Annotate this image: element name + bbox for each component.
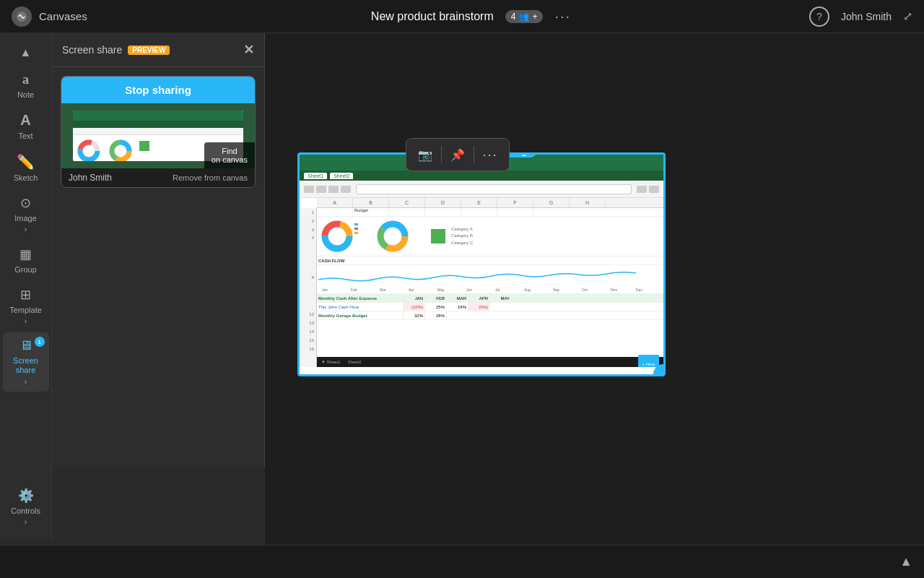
svg-text:Dec: Dec xyxy=(636,288,642,292)
sidebar-note-label: Note xyxy=(17,90,34,99)
charts-row: Category ACategory BCategory C xyxy=(317,217,663,256)
svg-text:Apr: Apr xyxy=(409,288,414,292)
toolbar-tool-6 xyxy=(649,186,659,193)
svg-rect-17 xyxy=(354,232,358,234)
table-row-1: This John Cash Flow (10%) 25% 18% (5%) xyxy=(317,303,663,311)
sidebar-controls-label: Controls xyxy=(11,506,40,515)
sidebar-screenshare-label: Screen share xyxy=(6,356,46,375)
sidebar-sketch-label: Sketch xyxy=(14,173,38,182)
topbar-center: New product brainstorm 4 👥 + ··· xyxy=(144,8,798,25)
cashflow-chart-row: Jan Feb Mar Apr May Jun Jul Aug Sep Oct xyxy=(317,265,663,294)
toolbar-tool-4 xyxy=(341,186,351,193)
row-num-cashflow: 8 xyxy=(300,274,316,310)
cell-1e xyxy=(461,208,497,216)
more-toolbar-button[interactable]: ··· xyxy=(479,143,502,166)
row-num-2: 2 xyxy=(300,217,316,225)
panel-header: Screen share PREVIEW ✕ xyxy=(52,33,264,67)
sidebar-item-screenshare[interactable]: 1 🖥 Screen share › xyxy=(3,332,49,392)
col-header-g: G xyxy=(533,198,570,207)
panel-close-button[interactable]: ✕ xyxy=(243,42,254,58)
sidebar-item-group[interactable]: ▦ Group xyxy=(3,241,49,280)
topbar-left: Canvases xyxy=(0,7,144,27)
topbar: Canvases New product brainstorm 4 👥 + ··… xyxy=(0,0,924,33)
table-num-4: (5%) xyxy=(468,303,490,311)
sidebar-item-text[interactable]: A Text xyxy=(3,106,49,146)
sidebar-item-template[interactable]: ⊞ Template › xyxy=(3,281,49,331)
help-button[interactable]: ? xyxy=(809,7,829,27)
row-num-11: 14 xyxy=(300,327,316,336)
screenshot-toolbar-button[interactable]: 📷 xyxy=(414,143,437,166)
user-count-badge: 4 👥 + xyxy=(505,10,544,23)
sidebar-up-button[interactable]: ▲ xyxy=(3,40,49,65)
cashflow-label-row: CASH FLOW xyxy=(317,256,663,265)
more-options-icon: ··· xyxy=(482,147,497,163)
add-user-icon[interactable]: + xyxy=(532,12,537,22)
table-garage-2: 28% xyxy=(425,311,447,319)
toolbar-tool-2 xyxy=(316,186,326,193)
sidebar-item-note[interactable]: a Note xyxy=(3,66,49,105)
template-icon: ⊞ xyxy=(20,287,31,303)
pin-toolbar-button[interactable]: 📌 xyxy=(446,143,469,166)
sidebar-item-controls[interactable]: ⚙️ Controls › xyxy=(3,482,49,532)
svg-text:Feb: Feb xyxy=(351,288,357,292)
cell-row-1: Budget xyxy=(317,208,663,217)
sidebar-item-sketch[interactable]: ✏️ Sketch xyxy=(3,147,49,188)
sidebar: ▲ a Note A Text ✏️ Sketch ⊙ Image › ▦ Gr… xyxy=(0,33,52,539)
share-frame: John Smith is sharing Sheet1 Sheet2 xyxy=(297,152,666,376)
cell-1a xyxy=(317,208,353,216)
find-on-canvas-button[interactable]: Findon canvas xyxy=(204,142,255,168)
col-header-c: C xyxy=(389,198,425,207)
svg-text:Jul: Jul xyxy=(495,288,500,292)
sidebar-template-label: Template xyxy=(9,306,42,314)
group-icon: ▦ xyxy=(19,246,32,262)
svg-point-4 xyxy=(85,147,92,155)
screenshot-icon: 📷 xyxy=(418,148,432,162)
svg-text:Nov: Nov xyxy=(611,288,617,292)
stop-sharing-card: Stop sharing xyxy=(61,76,256,188)
sidebar-item-image[interactable]: ⊙ Image › xyxy=(3,189,49,239)
svg-text:Jun: Jun xyxy=(466,288,472,292)
up-arrow-icon: ▲ xyxy=(20,46,32,59)
toolbar-tool-1 xyxy=(304,186,314,193)
note-icon: a xyxy=(22,72,29,87)
screenshare-icon: 🖥 xyxy=(19,338,32,353)
svg-text:Aug: Aug xyxy=(524,288,531,292)
spreadsheet-tab2: Sheet2 xyxy=(330,173,353,179)
sidebar-text-label: Text xyxy=(18,131,32,140)
svg-text:Oct: Oct xyxy=(582,288,588,292)
col-header-e: E xyxy=(461,198,497,207)
card-footer: John Smith Remove from canvas xyxy=(61,168,255,187)
cell-1b: Budget xyxy=(353,208,389,216)
more-options-button[interactable]: ··· xyxy=(554,8,571,25)
status-badge-blue: + New xyxy=(638,355,659,367)
panel-title-wrap: Screen share PREVIEW xyxy=(62,44,170,56)
row-num-9: 12 xyxy=(300,310,316,319)
user-count: 4 xyxy=(511,12,516,22)
toolbar-divider xyxy=(441,146,442,163)
row-num-10: 13 xyxy=(300,319,316,327)
collapse-button[interactable]: ▲ xyxy=(899,554,912,569)
svg-text:Jan: Jan xyxy=(322,288,328,292)
svg-point-14 xyxy=(331,230,344,243)
sidebar-group-label: Group xyxy=(14,265,37,274)
app-title: Canvases xyxy=(39,10,87,22)
table-num-2: 25% xyxy=(425,303,447,311)
stop-sharing-button[interactable]: Stop sharing xyxy=(61,77,255,103)
col-header-h: H xyxy=(570,198,606,207)
sharing-user-name: John Smith xyxy=(69,173,112,183)
table-garage-1: 32% xyxy=(404,311,425,319)
spreadsheet-tab: Sheet1 xyxy=(304,173,327,179)
remove-from-canvas-button[interactable]: Remove from canvas xyxy=(173,173,248,182)
pin-icon: 📌 xyxy=(450,148,465,162)
spreadsheet-toolbar xyxy=(300,181,663,198)
screenshare-badge: 1 xyxy=(35,337,45,347)
svg-point-22 xyxy=(386,230,399,243)
expand-button[interactable]: ⤢ xyxy=(903,9,912,23)
svg-rect-15 xyxy=(354,223,358,225)
cashflow-chart: Jan Feb Mar Apr May Jun Jul Aug Sep Oct xyxy=(318,267,650,293)
svg-rect-16 xyxy=(354,228,358,230)
row-num-charts: 4 xyxy=(300,234,316,274)
cell-1f xyxy=(497,208,533,216)
cells-area: Budget xyxy=(317,208,663,367)
svg-text:May: May xyxy=(437,288,445,292)
